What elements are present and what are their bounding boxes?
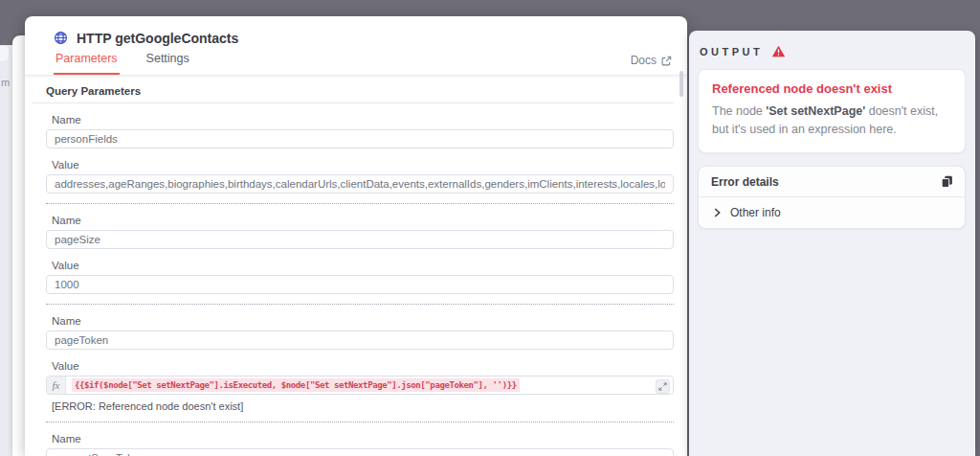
value-label: Value <box>52 260 674 272</box>
tab-bar: Parameters Settings Docs <box>54 52 672 75</box>
param-separator <box>46 422 674 422</box>
param-group: Name Value <box>46 215 674 305</box>
value-label: Value <box>52 159 674 171</box>
param-group: Name Value fx {{$if($node["Set setNextPa… <box>46 315 674 422</box>
input-panel-edge <box>12 35 26 456</box>
other-info-label: Other info <box>730 206 781 219</box>
expression-value: {{$if($node["Set setNextPage"].isExecute… <box>72 378 520 392</box>
error-details-card: Error details Other info <box>698 166 966 229</box>
expression-error-note: [ERROR: Referenced node doesn't exist] <box>52 400 674 412</box>
param-name-input[interactable] <box>46 331 674 350</box>
param-name-input[interactable] <box>46 129 674 148</box>
node-title: HTTP getGoogleContacts <box>77 31 238 46</box>
parameters-panel: Query Parameters Name Value Name Value N… <box>25 85 687 456</box>
value-label: Value <box>52 360 674 373</box>
output-panel: OUTPUT Referenced node doesn't exist The… <box>689 31 975 456</box>
modal-header: HTTP getGoogleContacts Parameters Settin… <box>25 16 687 76</box>
error-node-name: 'Set setNextPage' <box>766 104 865 118</box>
name-label: Name <box>52 315 674 328</box>
param-name-input[interactable] <box>46 230 674 249</box>
error-description: The node 'Set setNextPage' doesn't exist… <box>712 103 951 140</box>
copy-icon[interactable] <box>941 175 953 188</box>
param-group: Name Value <box>46 433 674 456</box>
docs-link-label: Docs <box>631 54 657 67</box>
other-info-toggle[interactable]: Other info <box>699 197 965 228</box>
expand-expression-button[interactable] <box>656 379 670 394</box>
globe-icon <box>54 31 68 45</box>
tab-settings[interactable]: Settings <box>145 52 191 75</box>
name-label: Name <box>52 433 674 445</box>
node-settings-modal: HTTP getGoogleContacts Parameters Settin… <box>25 16 687 456</box>
output-panel-title: OUTPUT <box>700 46 763 57</box>
tab-parameters[interactable]: Parameters <box>54 52 120 75</box>
warning-triangle-icon <box>771 45 786 57</box>
name-label: Name <box>52 114 674 126</box>
error-message-card: Referenced node doesn't exist The node '… <box>698 69 966 153</box>
canvas-edge: m <box>0 45 12 456</box>
error-details-title: Error details <box>711 175 779 189</box>
chevron-right-icon <box>714 208 721 217</box>
modal-scrollbar[interactable] <box>679 71 683 97</box>
param-value-input[interactable] <box>46 275 674 294</box>
docs-link[interactable]: Docs <box>631 54 672 75</box>
param-name-input[interactable] <box>46 448 674 456</box>
canvas-collapsed-pill <box>0 46 9 61</box>
external-link-icon <box>661 56 672 66</box>
section-title: Query Parameters <box>33 85 674 103</box>
canvas-edge-label: m <box>1 77 10 88</box>
error-description-text: The node <box>712 104 766 118</box>
param-separator <box>46 203 674 204</box>
param-value-input[interactable] <box>46 174 674 194</box>
error-title: Referenced node doesn't exist <box>712 81 951 96</box>
name-label: Name <box>52 215 674 227</box>
param-separator <box>46 304 674 305</box>
expression-input[interactable]: fx {{$if($node["Set setNextPage"].isExec… <box>46 376 674 395</box>
param-group: Name Value <box>46 114 674 204</box>
fx-badge: fx <box>47 376 66 394</box>
